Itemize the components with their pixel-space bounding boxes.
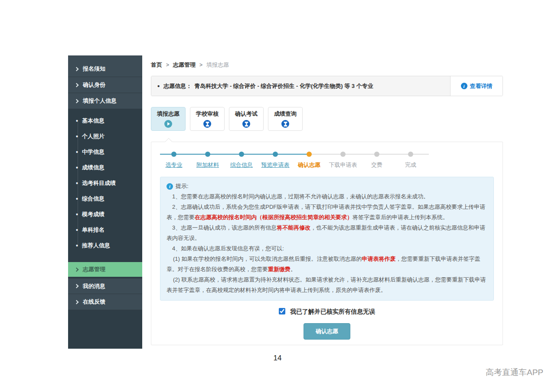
chevron-right-icon [75, 267, 79, 272]
step-dot-todo [408, 152, 413, 157]
breadcrumb-item[interactable]: 首页 [151, 61, 162, 69]
sidebar-item-label: 模考成绩 [82, 211, 104, 218]
tab-label: 确认考试 [235, 110, 258, 118]
breadcrumb-item[interactable]: 志愿管理 [173, 61, 196, 69]
tip-line: 2、志愿确认成功后，系统会为您生成PDF版申请表，请下载打印申请表并找中学负责人… [166, 202, 487, 223]
stage-tabs: 填报志愿学校审核确认考试成绩查询 [151, 107, 503, 131]
sidebar-item-label: 单科排名 [82, 226, 104, 234]
step-line [275, 154, 309, 155]
sidebar: 报名须知确认身份填报个人信息 •基本信息•个人照片•中学信息•成绩信息•选考科目… [68, 55, 142, 349]
tip-text: 3、志愿一旦确认成功，该志愿的所有信息 [172, 224, 277, 231]
step-label-确认志愿: 确认志愿 [290, 161, 329, 169]
step-label-选专业[interactable]: 选专业 [154, 161, 193, 169]
hourglass-icon [242, 120, 250, 128]
tab-成绩查询[interactable]: 成绩查询 [268, 107, 303, 131]
sidebar-item-label: 志愿管理 [83, 266, 105, 273]
tip-highlight: 重新缴费 [268, 266, 291, 272]
bullet-icon: • [76, 227, 78, 233]
chevron-right-icon [75, 300, 79, 304]
sidebar-sub-item[interactable]: •综合信息 [68, 191, 142, 207]
tip-text: 。 [291, 266, 296, 272]
sidebar-item-label: 报名须知 [83, 65, 105, 73]
bullet-icon: • [76, 164, 78, 171]
step-line [377, 154, 411, 155]
tab-label: 学校审核 [196, 110, 219, 118]
sidebar-sub-item[interactable]: •个人照片 [68, 129, 142, 144]
step-label-下载申请表: 下载申请表 [323, 161, 362, 169]
confirm-button[interactable]: 确认志愿 [304, 323, 350, 340]
tip-line: (2) 联系志愿高校，请求将志愿置为待补充材料状态。如果请求被允许，请补充志愿材… [166, 275, 487, 295]
view-details-link[interactable]: i 查看详情 [450, 76, 503, 96]
sidebar-sub-item[interactable]: •成绩信息 [68, 160, 142, 175]
step-label-综合信息[interactable]: 综合信息 [222, 161, 261, 169]
tip-line: 3、志愿一旦确认成功，该志愿的所有信息将不能再修改，也不能为该志愿重新生成申请表… [166, 223, 487, 243]
step-label-交费: 交费 [357, 161, 396, 169]
bullet-icon: • [76, 133, 78, 140]
info-icon: i [166, 183, 173, 190]
step-label-附加材料[interactable]: 附加材料 [188, 161, 227, 169]
breadcrumb-separator-icon: > [199, 62, 202, 68]
step-dot-todo [374, 152, 379, 157]
sidebar-item-label: 综合信息 [82, 195, 104, 203]
sidebar-item[interactable]: 填报个人信息 [68, 93, 142, 109]
breadcrumb: 首页>志愿管理>填报志愿 [151, 61, 503, 69]
main-content: 首页>志愿管理>填报志愿 • 志愿信息： 青岛科技大学 - 综合评价 - 综合评… [151, 55, 503, 345]
chevron-right-icon [75, 83, 79, 87]
volunteer-info: • 志愿信息： 青岛科技大学 - 综合评价 - 综合评价招生 - 化学(化学生物… [151, 76, 450, 96]
tip-line: 1、您需要在志愿高校的报名时间内确认志愿，过期将不允许确认志愿，未确认的志愿表示… [166, 191, 487, 202]
progress-steps: 选专业附加材料综合信息预览申请表确认志愿下载申请表交费完成 [151, 142, 503, 177]
sidebar-item[interactable]: 我的消息 [68, 278, 142, 294]
breadcrumb-item: 填报志愿 [206, 61, 229, 69]
bullet-icon: • [76, 149, 78, 156]
page-number: 14 [0, 354, 555, 363]
hourglass-icon [203, 120, 211, 128]
sidebar-item-label: 在线反馈 [83, 298, 105, 306]
tab-确认考试[interactable]: 确认考试 [229, 107, 264, 131]
sidebar-sub-item[interactable]: •中学信息 [68, 144, 142, 160]
step-line [242, 154, 275, 155]
bullet-icon: • [76, 117, 78, 124]
tip-highlight: 在志愿高校的报名时间内（根据所报高校招生简章的相关要求） [195, 214, 353, 220]
sidebar-item-label: 成绩信息 [82, 164, 104, 172]
tip-text: 将签字盖章后的申请表上传到本系统。 [353, 214, 448, 220]
sidebar-item-label: 基本信息 [82, 117, 104, 125]
sidebar-sub-item[interactable]: •单科排名 [68, 222, 142, 238]
sidebar-sub-item[interactable]: •模考成绩 [68, 207, 142, 222]
info-bar: • 志愿信息： 青岛科技大学 - 综合评价 - 综合评价招生 - 化学(化学生物… [151, 76, 503, 96]
tip-line: (1) 如果在学校的报名时间内，可以先取消志愿然后重报。注意被取消志愿的申请表将… [166, 254, 487, 275]
tips-title: i 提示: [166, 181, 487, 191]
bullet-icon: • [157, 82, 160, 90]
step-line [411, 154, 429, 155]
breadcrumb-separator-icon: > [166, 62, 169, 68]
main-panel: 选专业附加材料综合信息预览申请表确认志愿下载申请表交费完成 i 提示: 1、您需… [151, 142, 503, 345]
sidebar-top-group: 报名须知确认身份填报个人信息 [68, 55, 142, 109]
sidebar-item[interactable]: 在线反馈 [68, 294, 142, 310]
info-icon: i [461, 83, 467, 89]
sidebar-item[interactable]: 报名须知 [68, 61, 142, 77]
sidebar-sub-item[interactable]: •推荐人信息 [68, 238, 142, 253]
tab-填报志愿[interactable]: 填报志愿 [151, 107, 186, 131]
bullet-icon: • [76, 195, 78, 202]
sidebar-item-label: 选考科目成绩 [82, 179, 116, 187]
sidebar-item-label: 中学信息 [82, 148, 104, 156]
chevron-right-icon [75, 67, 79, 71]
confirm-checkbox[interactable] [279, 308, 285, 314]
step-dot-done [205, 152, 210, 157]
page-canvas: 报名须知确认身份填报个人信息 •基本信息•个人照片•中学信息•成绩信息•选考科目… [0, 0, 555, 392]
sidebar-item[interactable]: 确认身份 [68, 77, 142, 93]
step-line [174, 154, 208, 155]
sidebar-sub-group: •基本信息•个人照片•中学信息•成绩信息•选考科目成绩•综合信息•模考成绩•单科… [68, 109, 142, 258]
view-details-label: 查看详情 [470, 82, 493, 90]
sidebar-sub-item[interactable]: •基本信息 [68, 113, 142, 129]
sidebar-sub-item[interactable]: •选考科目成绩 [68, 175, 142, 191]
sidebar-item-active[interactable]: 志愿管理 [68, 262, 142, 277]
step-label-预览申请表[interactable]: 预览申请表 [256, 161, 295, 169]
tips-lines: 1、您需要在志愿高校的报名时间内确认志愿，过期将不允许确认志愿，未确认的志愿表示… [166, 191, 487, 295]
bullet-icon: • [76, 211, 78, 218]
step-dot-current [307, 152, 312, 157]
tab-学校审核[interactable]: 学校审核 [190, 107, 225, 131]
step-line [343, 154, 377, 155]
confirm-checkbox-label[interactable]: 我已了解并已核实所有信息无误 [290, 308, 375, 315]
tip-highlight: 申请表将作废 [362, 256, 396, 262]
info-label: 志愿信息： [163, 82, 192, 90]
